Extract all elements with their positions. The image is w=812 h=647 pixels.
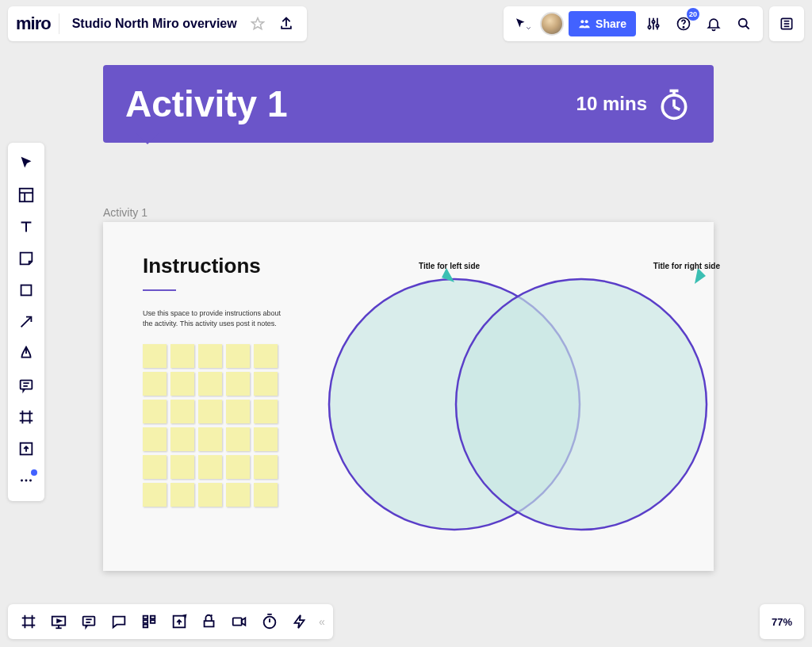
venn-diagram[interactable]: Title for left side Title for right side [316, 270, 696, 539]
sticky-note[interactable] [226, 344, 250, 368]
share-button[interactable]: Share [569, 11, 636, 36]
sticky-note[interactable] [198, 372, 222, 396]
activity-header-time: 10 mins [576, 93, 647, 115]
venn-left-label[interactable]: Title for left side [419, 262, 480, 270]
sticky-note[interactable] [254, 455, 278, 479]
share-people-icon [578, 17, 591, 30]
sticky-note[interactable] [198, 344, 222, 368]
instructions-block: Instructions Use this space to provide i… [143, 254, 317, 328]
svg-rect-47 [233, 618, 242, 625]
board-title[interactable]: Studio North Miro overview [67, 17, 242, 31]
sticky-note[interactable] [143, 455, 167, 479]
top-left-panel: miro Studio North Miro overview [8, 6, 307, 41]
sticky-note[interactable] [226, 400, 250, 423]
svg-marker-0 [251, 18, 263, 29]
svg-point-7 [683, 27, 684, 28]
activity-frame[interactable]: Instructions Use this space to provide i… [103, 222, 714, 571]
collapse-toolbar-icon[interactable]: « [316, 615, 327, 628]
voting-icon[interactable] [195, 607, 224, 636]
svg-rect-41 [144, 616, 148, 619]
svg-rect-44 [151, 616, 155, 619]
sticky-note[interactable] [226, 427, 250, 451]
activity-header-title: Activity 1 [125, 82, 576, 125]
svg-rect-42 [144, 620, 148, 623]
sticky-note[interactable] [170, 400, 194, 423]
sticky-note[interactable] [198, 483, 222, 507]
chat-icon[interactable] [105, 607, 133, 636]
share-button-label: Share [596, 17, 626, 30]
svg-rect-43 [144, 625, 148, 628]
sticky-note[interactable] [143, 427, 167, 451]
sticky-note[interactable] [170, 483, 194, 507]
export-icon[interactable] [274, 11, 299, 36]
activity-header-banner[interactable]: Activity 1 10 mins [103, 65, 714, 143]
sticky-grid [143, 344, 278, 507]
user-avatar[interactable] [540, 12, 564, 36]
instructions-underline [143, 289, 176, 291]
zoom-level-label: 77% [772, 616, 792, 628]
sticky-note[interactable] [143, 400, 167, 423]
presentation-icon[interactable] [44, 607, 73, 636]
star-icon[interactable] [245, 11, 270, 36]
svg-marker-37 [57, 619, 61, 622]
venn-right-label[interactable]: Title for right side [653, 262, 720, 270]
svg-point-31 [456, 279, 707, 530]
svg-point-1 [580, 20, 584, 23]
sticky-note[interactable] [254, 400, 278, 423]
instructions-title[interactable]: Instructions [143, 254, 317, 278]
panel-layout-icon[interactable] [769, 6, 804, 41]
top-right-panel: Share 20 [504, 6, 763, 41]
sticky-note[interactable] [254, 483, 278, 507]
sticky-note[interactable] [143, 483, 167, 507]
zoom-indicator[interactable]: 77% [760, 604, 804, 639]
miro-logo[interactable]: miro [16, 13, 59, 34]
cursor-tracking-icon[interactable] [510, 11, 535, 36]
settings-sliders-icon[interactable] [641, 11, 666, 36]
notification-bell-icon[interactable] [701, 11, 726, 36]
svg-point-8 [739, 19, 747, 27]
video-icon[interactable] [225, 607, 254, 636]
search-icon[interactable] [731, 11, 756, 36]
card-list-icon[interactable] [135, 607, 163, 636]
sticky-note[interactable] [143, 344, 167, 368]
sticky-note[interactable] [198, 455, 222, 479]
sticky-note[interactable] [170, 372, 194, 396]
sticky-note[interactable] [198, 427, 222, 451]
sticky-note[interactable] [254, 427, 278, 451]
timer-icon[interactable] [255, 607, 284, 636]
help-badge: 20 [687, 8, 699, 21]
sticky-note[interactable] [254, 372, 278, 396]
svg-point-2 [585, 20, 588, 23]
sticky-note[interactable] [226, 455, 250, 479]
comments-panel-icon[interactable] [75, 607, 103, 636]
instructions-body[interactable]: Use this space to provide instructions a… [143, 308, 285, 328]
canvas[interactable]: Activity 1 10 mins Activity 1 Instructio… [0, 48, 812, 647]
stopwatch-icon [657, 86, 691, 121]
sticky-note[interactable] [170, 427, 194, 451]
sticky-note[interactable] [226, 372, 250, 396]
bottom-toolbar: « [8, 604, 333, 639]
svg-rect-38 [83, 617, 95, 626]
sticky-note[interactable] [170, 344, 194, 368]
sticky-note[interactable] [170, 455, 194, 479]
help-icon[interactable]: 20 [671, 11, 696, 36]
sticky-note[interactable] [254, 344, 278, 368]
svg-rect-45 [151, 620, 155, 623]
screen-share-icon[interactable] [165, 607, 193, 636]
sticky-note[interactable] [226, 483, 250, 507]
activity-icon[interactable] [285, 607, 314, 636]
frame-list-icon[interactable] [14, 607, 43, 636]
sticky-note[interactable] [143, 372, 167, 396]
sticky-note[interactable] [198, 400, 222, 423]
top-bar: miro Studio North Miro overview Share 20 [8, 6, 804, 41]
